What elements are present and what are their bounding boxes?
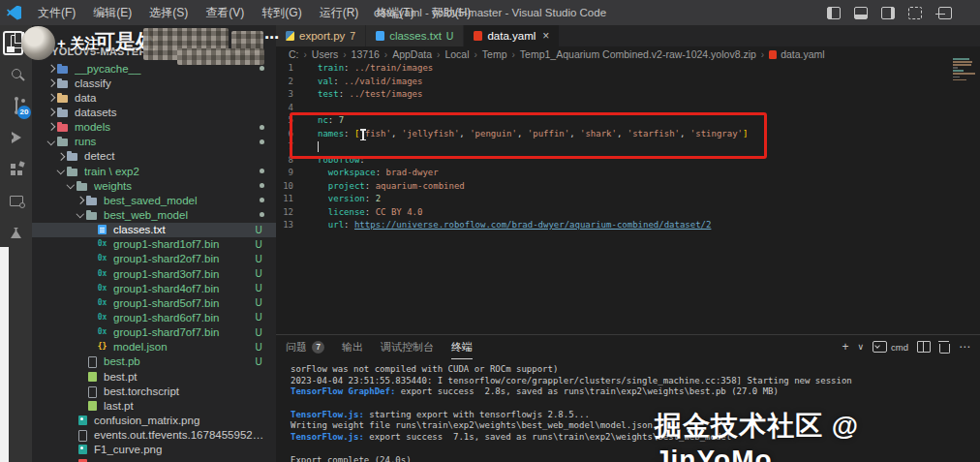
tree-item-label: F1_curve.png (94, 444, 264, 455)
menu-e[interactable]: 编辑(E) (84, 0, 140, 25)
folder-icon (57, 77, 70, 89)
breadcrumb-item[interactable]: AppData (392, 48, 432, 60)
activity-explorer-icon[interactable] (0, 25, 32, 57)
breadcrumb-item[interactable]: Local (444, 48, 469, 60)
tree-item-best-torchscript[interactable]: best.torchscript (32, 384, 276, 398)
tree-item-best-web-model[interactable]: best_web_model (32, 207, 276, 222)
tree-item-label: datasets (75, 107, 264, 118)
code-line-13: 13 url: https://universe.roboflow.com/br… (276, 219, 951, 232)
tree-item-last-pt[interactable]: last.pt (32, 398, 276, 413)
tree-item-classify[interactable]: classify (32, 76, 276, 90)
tree-item-best-pb[interactable]: best.pbU (32, 354, 276, 369)
folder-open-icon (67, 166, 79, 177)
tree-item-group1-shard4of7-bin[interactable]: 0xgroup1-shard4of7.binU (32, 281, 276, 295)
breadcrumb-item[interactable]: Temp (482, 48, 507, 60)
file-tree: __pycache__classifydatadatasetsmodelsrun… (32, 61, 276, 462)
menu-s[interactable]: 选择(S) (140, 0, 197, 25)
panel-tab-[interactable]: 调试控制台 (381, 335, 434, 359)
menu-r[interactable]: 运行(R) (311, 0, 368, 25)
terminal-shell-icon[interactable] (873, 341, 887, 353)
menu-v[interactable]: 查看(V) (197, 0, 253, 25)
tree-item-group1-shard6of7-bin[interactable]: 0xgroup1-shard6of7.binU (32, 310, 276, 324)
tree-item-item[interactable] (32, 457, 276, 462)
tree-item-best-saved-model[interactable]: best_saved_model (32, 193, 276, 207)
panel-tab-[interactable]: 终端 (451, 335, 473, 359)
tree-item-f1-curve-png[interactable]: F1_curve.png (32, 443, 276, 457)
panel-tab-[interactable]: 输出 (342, 335, 363, 359)
tree-item-group1-shard3of7-bin[interactable]: 0xgroup1-shard3of7.binU (32, 266, 276, 281)
git-modified-dot (260, 66, 264, 71)
git-untracked-badge: U (253, 283, 264, 293)
breadcrumb-item[interactable]: Temp1_Aquarium Combined.v2-raw-1024.yolo… (520, 48, 756, 60)
chevron-down-icon (75, 213, 86, 217)
breadcrumb-item[interactable]: Users (312, 48, 338, 60)
tree-item-group1-shard2of7-bin[interactable]: 0xgroup1-shard2of7.binU (32, 252, 276, 266)
title-bar: 文件(F)编辑(E)选择(S)查看(V)转到(G)运行(R)终端(T)帮助(H)… (0, 0, 980, 25)
editor-group[interactable]: export.py7classes.txtUdata.yaml× C:›User… (276, 25, 980, 334)
menu-h[interactable]: 帮助(H) (423, 0, 480, 25)
new-terminal-icon[interactable]: + (842, 340, 848, 354)
menu-g[interactable]: 转到(G) (253, 0, 310, 25)
tree-item-runs[interactable]: runs (32, 135, 276, 149)
code-area[interactable]: 1train: ../train/images2val: ../valid/im… (276, 62, 951, 232)
activity-testing-icon[interactable] (0, 217, 32, 249)
tree-item-datasets[interactable]: datasets (32, 105, 276, 119)
breadcrumb-separator: › (343, 49, 346, 60)
tab-git-badge: U (446, 30, 454, 42)
launch-profile-dropdown-icon[interactable]: ∨ (857, 342, 864, 352)
activity-source-control-icon[interactable]: 20 (0, 89, 32, 121)
breadcrumb-item[interactable]: 13716 (352, 48, 380, 60)
maximize-icon[interactable] (938, 7, 952, 19)
tree-item-pycache[interactable]: __pycache__ (32, 61, 276, 76)
more-actions-icon[interactable]: ⋯ (959, 340, 970, 354)
tree-item-best-pt[interactable]: best.pt (32, 369, 276, 384)
toggle-primary-sidebar-icon[interactable] (827, 7, 841, 19)
follow-button[interactable]: + 关注 (57, 35, 99, 53)
tree-item-train-exp2[interactable]: train \ exp2 (32, 164, 276, 178)
tab-data-yaml[interactable]: data.yaml× (464, 25, 560, 46)
tree-item-model-json[interactable]: {}model.jsonU (32, 340, 276, 354)
tree-item-data[interactable]: data (32, 90, 276, 105)
breadcrumb-item[interactable]: data.yaml (781, 48, 825, 60)
customize-layout-icon[interactable] (908, 7, 922, 19)
shell-label: cmd (891, 342, 908, 353)
toggle-secondary-sidebar-icon[interactable] (881, 7, 895, 19)
kill-terminal-icon[interactable] (939, 344, 950, 354)
close-icon[interactable]: × (542, 29, 549, 43)
activity-search-icon[interactable] (0, 57, 32, 89)
tree-item-label: data (75, 92, 264, 104)
menu-f[interactable]: 文件(F) (29, 0, 84, 25)
tab-classes-txt[interactable]: classes.txtU (366, 25, 464, 46)
tree-item-label: best.pb (104, 355, 253, 367)
git-modified-dot (260, 183, 264, 188)
tree-item-classes-txt[interactable]: classes.txtU (32, 223, 276, 237)
activity-extensions-icon[interactable] (0, 153, 32, 185)
git-modified-dot (260, 125, 264, 130)
tree-item-label: __pycache__ (75, 63, 257, 75)
tree-item-weights[interactable]: weights (32, 178, 276, 193)
panel-tab-[interactable]: 问题7 (286, 335, 324, 359)
tree-item-label: group1-shard4of7.bin (113, 283, 253, 294)
file-img-icon (77, 415, 89, 426)
tree-item-group1-shard5of7-bin[interactable]: 0xgroup1-shard5of7.binU (32, 295, 276, 310)
tree-item-confusion-matrix-png[interactable]: confusion_matrix.png (32, 413, 276, 427)
activity-remote-explorer-icon[interactable] (0, 185, 32, 217)
tree-item-group1-shard7of7-bin[interactable]: 0xgroup1-shard7of7.binU (32, 325, 276, 340)
tree-item-events-out-tfevents-1678455952-desktop-me6[interactable]: events.out.tfevents.1678455952.DESKTOP-M… (32, 428, 276, 443)
tree-item-models[interactable]: models (32, 120, 276, 135)
file-bin-icon: 0x (96, 253, 108, 264)
breadcrumb-item[interactable]: C: (289, 48, 299, 60)
menu-t[interactable]: 终端(T) (367, 0, 422, 25)
tab-export-py[interactable]: export.py7 (276, 25, 366, 46)
code-line-6: 6names: ['fish', 'jellyfish', 'penguin',… (276, 128, 951, 141)
tree-item-detect[interactable]: detect (32, 149, 276, 164)
toggle-panel-icon[interactable] (854, 7, 868, 19)
tree-item-group1-shard1of7-bin[interactable]: 0xgroup1-shard1of7.binU (32, 237, 276, 252)
minimap[interactable] (953, 58, 976, 82)
activity-run-and-debug-icon[interactable] (0, 121, 32, 153)
git-modified-dot (260, 198, 264, 202)
tree-item-label: group1-shard7of7.bin (113, 326, 253, 338)
breadcrumb-separator: › (761, 49, 764, 60)
git-untracked-badge: U (253, 342, 264, 353)
split-terminal-icon[interactable] (917, 341, 931, 353)
